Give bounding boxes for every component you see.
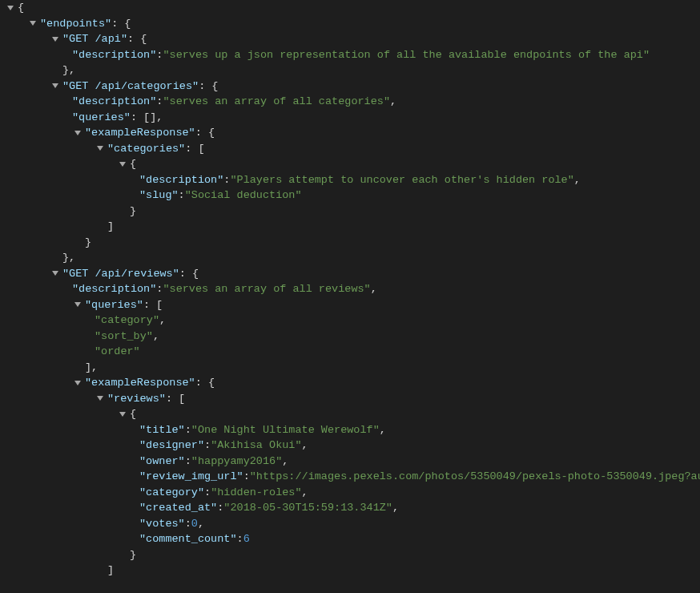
json-line: "categories": [ — [0, 141, 700, 157]
json-string-value: "Social deduction" — [185, 188, 302, 204]
json-line: { — [0, 156, 700, 172]
json-punctuation: : — [237, 531, 243, 547]
collapse-toggle-icon[interactable] — [72, 125, 83, 141]
json-punctuation: : { — [179, 266, 199, 282]
json-line: "endpoints": { — [0, 16, 700, 32]
json-key[interactable]: "reviews" — [107, 391, 166, 407]
json-line: "comment_count": 6 — [0, 531, 700, 547]
json-line: "review_img_url": "https://images.pexels… — [0, 469, 700, 485]
collapse-toggle-icon[interactable] — [117, 156, 128, 172]
json-key[interactable]: "votes" — [139, 516, 185, 532]
json-punctuation: { — [130, 156, 136, 172]
json-punctuation: , — [302, 438, 308, 454]
collapse-toggle-icon[interactable] — [72, 375, 83, 391]
json-line: "GET /api/categories": { — [0, 79, 700, 95]
json-key[interactable]: "slug" — [139, 188, 179, 204]
json-key[interactable]: "comment_count" — [139, 531, 237, 547]
json-line: { — [0, 0, 700, 16]
json-punctuation: : — [156, 94, 163, 110]
json-punctuation: , — [153, 329, 159, 345]
json-string-value: "sort_by" — [95, 329, 153, 345]
json-punctuation: , — [282, 454, 288, 470]
json-key[interactable]: "queries" — [72, 110, 131, 126]
collapse-toggle-icon[interactable] — [50, 79, 61, 95]
json-number-value: 0 — [191, 516, 198, 532]
json-key[interactable]: "queries" — [85, 297, 143, 313]
collapse-toggle-icon[interactable] — [95, 391, 106, 407]
json-key[interactable]: "created_at" — [139, 500, 217, 516]
json-line: "sort_by", — [0, 329, 700, 345]
json-line: ] — [0, 219, 700, 235]
json-key[interactable]: "exampleResponse" — [85, 375, 195, 391]
json-punctuation: : — [185, 422, 191, 438]
json-key[interactable]: "categories" — [107, 141, 185, 157]
json-punctuation: : [ — [166, 391, 185, 407]
json-punctuation: : { — [195, 125, 215, 141]
json-punctuation: } — [130, 547, 136, 563]
json-key[interactable]: "designer" — [139, 438, 204, 454]
json-key[interactable]: "description" — [72, 281, 156, 297]
json-string-value: "2018-05-30T15:59:13.341Z" — [223, 500, 392, 516]
json-punctuation: , — [574, 172, 581, 188]
json-line: "GET /api/reviews": { — [0, 266, 700, 282]
json-key[interactable]: "category" — [139, 485, 204, 501]
json-punctuation: : — [156, 281, 163, 297]
json-line: "description": "serves an array of all r… — [0, 281, 700, 297]
json-tree-viewer: {"endpoints": {"GET /api": {"description… — [0, 0, 700, 579]
collapse-toggle-icon[interactable] — [50, 266, 61, 282]
json-line: ] — [0, 563, 700, 579]
collapse-toggle-icon[interactable] — [5, 0, 16, 16]
json-string-value: "One Night Ultimate Werewolf" — [191, 422, 380, 438]
json-line: "queries": [ — [0, 297, 700, 313]
json-punctuation: }, — [62, 250, 75, 266]
json-line: "description": "serves up a json represe… — [0, 47, 700, 63]
collapse-toggle-icon[interactable] — [117, 406, 128, 422]
json-punctuation: : [ — [185, 141, 204, 157]
collapse-toggle-icon[interactable] — [95, 141, 106, 157]
json-punctuation: , — [380, 422, 386, 438]
json-punctuation: : { — [199, 79, 218, 95]
json-punctuation: , — [198, 516, 204, 532]
collapse-toggle-icon[interactable] — [27, 16, 38, 32]
json-punctuation: , — [159, 313, 166, 329]
json-punctuation: : — [185, 454, 191, 470]
json-key[interactable]: "GET /api/reviews" — [62, 266, 179, 282]
json-line: "order" — [0, 344, 700, 360]
json-key[interactable]: "owner" — [139, 454, 185, 470]
json-punctuation: ] — [107, 563, 114, 579]
json-key[interactable]: "endpoints" — [40, 16, 111, 32]
json-string-value: "order" — [95, 344, 140, 360]
collapse-toggle-icon[interactable] — [72, 297, 83, 313]
json-key[interactable]: "title" — [139, 422, 185, 438]
json-key[interactable]: "description" — [72, 47, 156, 63]
json-string-value: "Players attempt to uncover each other's… — [230, 172, 573, 188]
json-key[interactable]: "description" — [139, 172, 223, 188]
json-line: "queries": [], — [0, 110, 700, 126]
json-punctuation: : — [179, 188, 185, 204]
json-line: "slug": "Social deduction" — [0, 188, 700, 204]
json-string-value: "category" — [95, 313, 159, 329]
json-line: }, — [0, 63, 700, 79]
json-number-value: 6 — [243, 531, 250, 547]
json-string-value: "serves an array of all reviews" — [163, 281, 370, 297]
json-key[interactable]: "description" — [72, 94, 156, 110]
json-key[interactable]: "GET /api" — [62, 31, 127, 47]
json-punctuation: ], — [85, 360, 98, 376]
json-punctuation: ] — [107, 219, 114, 235]
json-punctuation: : — [156, 47, 163, 63]
json-string-value: "serves up a json representation of all … — [163, 47, 650, 63]
json-punctuation: , — [302, 485, 308, 501]
json-punctuation: : [], — [131, 110, 163, 126]
collapse-toggle-icon[interactable] — [50, 31, 61, 47]
json-string-value: "happyamy2016" — [191, 454, 282, 470]
json-punctuation: : { — [127, 31, 147, 47]
json-key[interactable]: "review_img_url" — [139, 469, 243, 485]
json-key[interactable]: "exampleResponse" — [85, 125, 195, 141]
json-punctuation: } — [85, 235, 91, 251]
json-punctuation: : — [223, 172, 230, 188]
json-key[interactable]: "GET /api/categories" — [62, 79, 199, 95]
json-punctuation: { — [18, 0, 24, 16]
json-string-value: "serves an array of all categories" — [163, 94, 390, 110]
json-punctuation: : [ — [143, 297, 163, 313]
json-punctuation: : — [204, 438, 211, 454]
